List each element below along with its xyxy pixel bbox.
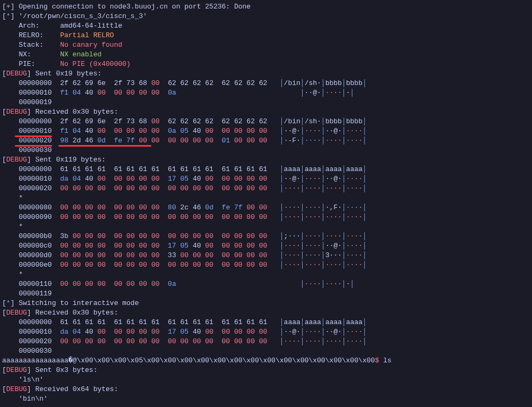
conn-line: [+] Opening connection to node3.buuoj.cn… <box>2 2 530 12</box>
hexdump-row: * <box>2 270 530 279</box>
hexdump-row: 00000010 da 04 40 00 00 00 00 00 17 05 4… <box>2 174 530 184</box>
debug6-content: 'bin\n' <box>2 394 530 404</box>
debug1-header: [DEBUG] Sent 0x19 bytes: <box>2 69 530 79</box>
hexdump-row: 00000110 00 00 00 00 00 00 00 00 0a │···… <box>2 279 530 289</box>
hexdump-row: 000000d0 00 00 00 00 00 00 00 00 33 00 0… <box>2 251 530 260</box>
output-line: aaaaaaaaaaaaaaaa�@\x00\x00\x00\x05\x00\x… <box>2 356 530 366</box>
hexdump-row: 00000119 <box>2 289 530 299</box>
annotation-underline-3 <box>58 145 151 147</box>
debug5-content: 'ls\n' <box>2 375 530 385</box>
hexdump-row: 00000080 00 00 00 00 00 00 00 00 80 2c 4… <box>2 203 530 213</box>
hexdump-row: 00000020 98 2d 46 0d fe 7f 00 00 00 00 0… <box>2 136 530 146</box>
stack-line: Stack: No canary found <box>2 40 530 50</box>
hexdump-row: 00000000 2f 62 69 6e 2f 73 68 00 62 62 6… <box>2 117 530 126</box>
pie-line: PIE: No PIE (0x400000) <box>2 60 530 69</box>
arch-line: Arch: amd64-64-little <box>2 21 530 31</box>
hexdump-row: 00000010 f1 04 40 00 00 00 00 00 0a 05 4… <box>2 126 530 136</box>
hexdump-row: * <box>2 193 530 203</box>
debug4-header: [DEBUG] Received 0x30 bytes: <box>2 308 530 318</box>
hexdump-row: * <box>2 222 530 232</box>
hexdump-row: 00000030 <box>2 146 530 155</box>
nx-line: NX: NX enabled <box>2 50 530 60</box>
hexdump-row: 00000010 da 04 40 00 00 00 00 00 17 05 4… <box>2 327 530 337</box>
hexdump-row: 00000000 61 61 61 61 61 61 61 61 61 61 6… <box>2 165 530 174</box>
hexdump-row: 00000000 61 61 61 61 61 61 61 61 61 61 6… <box>2 318 530 327</box>
hexdump-row: 00000000 2f 62 69 6e 2f 73 68 00 62 62 6… <box>2 79 530 88</box>
hexdump-row: 00000030 <box>2 346 530 356</box>
interactive-line: [*] Switching to interactive mode <box>2 299 530 308</box>
debug6-header: [DEBUG] Received 0x64 bytes: <box>2 385 530 394</box>
hexdump-row: 000000e0 00 00 00 00 00 00 00 00 00 00 0… <box>2 260 530 270</box>
hexdump-row: 00000020 00 00 00 00 00 00 00 00 00 00 0… <box>2 184 530 193</box>
terminal-output[interactable]: [+] Opening connection to node3.buuoj.cn… <box>2 2 530 404</box>
hexdump-row: 00000010 f1 04 40 00 00 00 00 00 0a │··@… <box>2 88 530 98</box>
relro-line: RELRO: Partial RELRO <box>2 31 530 40</box>
hexdump-row: 00000020 00 00 00 00 00 00 00 00 00 00 0… <box>2 337 530 346</box>
hexdump-row: 000000c0 00 00 00 00 00 00 00 00 17 05 4… <box>2 241 530 251</box>
hexdump-row: 00000090 00 00 00 00 00 00 00 00 00 00 0… <box>2 213 530 222</box>
hexdump-row: 00000019 <box>2 98 530 107</box>
debug2-header: [DEBUG] Received 0x30 bytes: <box>2 107 530 117</box>
debug5-header: [DEBUG] Sent 0x3 bytes: <box>2 366 530 375</box>
debug3-header: [DEBUG] Sent 0x119 bytes: <box>2 155 530 165</box>
file-line: [*] '/root/pwn/ciscn_s_3/ciscn_s_3' <box>2 12 530 21</box>
hexdump-row: 000000b0 3b 00 00 00 00 00 00 00 00 00 0… <box>2 232 530 241</box>
annotation-underline-1 <box>15 135 52 137</box>
annotation-underline-2 <box>15 145 52 147</box>
